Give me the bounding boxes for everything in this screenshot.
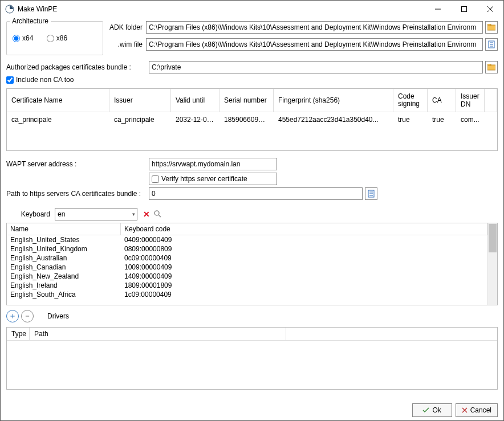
window-controls (425, 1, 503, 18)
search-icon[interactable] (153, 210, 161, 219)
window-title: Make WinPE (18, 5, 425, 13)
browse-adk-button[interactable] (485, 21, 498, 34)
include-non-ca-checkbox[interactable]: Include non CA too (6, 76, 498, 84)
https-ca-input[interactable] (149, 187, 363, 200)
table-row[interactable]: ca_principale ca_principale 2032-12-09T.… (7, 112, 497, 127)
auth-packages-label: Authorized packages certificates bundle … (6, 63, 149, 71)
list-item[interactable]: English_United_States0409:00000409 (7, 235, 487, 244)
wapt-server-input[interactable] (149, 158, 277, 170)
window: Make WinPE Architecture x64 x86 ADK fold… (0, 0, 504, 421)
list-item[interactable]: English_Australian0c09:00000409 (7, 254, 487, 263)
folder-icon (487, 24, 495, 31)
adk-folder-label: ADK folder (109, 23, 146, 31)
cancel-button[interactable]: Cancel (456, 403, 498, 417)
svg-line-18 (158, 215, 161, 217)
folder-icon (487, 64, 495, 71)
svg-rect-2 (462, 7, 467, 12)
maximize-button[interactable] (451, 1, 477, 18)
auth-packages-input[interactable] (149, 61, 483, 73)
browse-auth-button[interactable] (485, 61, 498, 73)
drivers-label: Drivers (47, 312, 69, 320)
list-item[interactable]: English_South_Africa1c09:00000409 (7, 290, 487, 299)
app-icon (5, 5, 14, 14)
wim-file-input[interactable] (146, 38, 483, 51)
titlebar: Make WinPE (1, 1, 503, 18)
content: Architecture x64 x86 ADK folder .wim fil… (1, 18, 503, 400)
scrollbar-thumb[interactable] (489, 224, 497, 252)
svg-point-17 (155, 211, 159, 215)
wapt-server-label: WAPT server address : (6, 160, 149, 168)
list-item[interactable]: English_New_Zealand1409:00000409 (7, 272, 487, 281)
svg-rect-6 (487, 24, 491, 26)
adk-folder-input[interactable] (146, 21, 483, 34)
https-ca-label: Path to https servers CA certificates bu… (6, 190, 149, 198)
verify-https-checkbox[interactable]: Verify https server certificate (149, 173, 277, 185)
file-icon (368, 190, 375, 198)
ok-button[interactable]: Ok (412, 403, 452, 417)
clear-icon[interactable]: ✕ (143, 210, 150, 219)
keyboard-table-header: Name Keyboard code (7, 223, 487, 235)
scrollbar[interactable] (487, 223, 497, 305)
file-icon (488, 40, 495, 48)
add-driver-button[interactable]: ＋ (6, 310, 19, 322)
svg-rect-12 (487, 64, 491, 66)
list-item[interactable]: English_Ireland1809:00001809 (7, 281, 487, 290)
minimize-button[interactable] (425, 1, 451, 18)
close-button[interactable] (477, 1, 503, 18)
drivers-table[interactable]: Type Path (6, 327, 498, 390)
certificate-table[interactable]: Certificate Name Issuer Valid until Seri… (6, 88, 498, 151)
browse-wim-button[interactable] (485, 38, 498, 51)
wim-file-label: .wim file (109, 40, 146, 48)
keyboard-select[interactable] (55, 208, 137, 220)
radio-x86[interactable]: x86 (47, 34, 67, 42)
architecture-group: Architecture x64 x86 (6, 21, 103, 55)
keyboard-label: Keyboard (6, 210, 55, 218)
keyboard-table[interactable]: Name Keyboard code English_United_States… (6, 223, 498, 305)
remove-driver-button[interactable]: － (21, 310, 34, 322)
radio-x64[interactable]: x64 (13, 34, 33, 42)
browse-ca-button[interactable] (365, 187, 377, 200)
drivers-table-header: Type Path (7, 328, 497, 341)
footer: Ok Cancel (1, 400, 503, 420)
list-item[interactable]: English_United_Kingdom0809:00000809 (7, 244, 487, 254)
certificate-table-header: Certificate Name Issuer Valid until Seri… (7, 89, 497, 112)
list-item[interactable]: English_Canadian1009:00000409 (7, 263, 487, 272)
architecture-legend: Architecture (10, 18, 51, 25)
